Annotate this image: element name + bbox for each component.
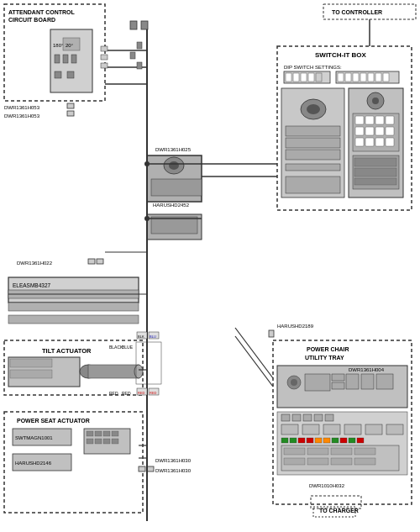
svg-rect-84: [10, 359, 52, 367]
svg-rect-80: [8, 315, 139, 324]
svg-rect-34: [375, 73, 381, 82]
svg-rect-30: [345, 73, 351, 82]
svg-text:BLU: BLU: [150, 334, 156, 339]
svg-rect-49: [365, 138, 374, 146]
svg-rect-106: [103, 439, 110, 444]
svg-text:POWER SEAT ACTUATOR: POWER SEAT ACTUATOR: [17, 418, 90, 424]
svg-rect-136: [344, 424, 361, 435]
svg-text:ATTENDANT CONTROL: ATTENDANT CONTROL: [8, 9, 76, 15]
svg-rect-44: [355, 127, 364, 135]
svg-rect-40: [355, 116, 364, 124]
svg-text:TILT ACTUATOR: TILT ACTUATOR: [42, 347, 92, 355]
svg-rect-186: [137, 62, 142, 69]
svg-point-88: [134, 365, 143, 378]
svg-rect-61: [286, 150, 340, 160]
svg-rect-53: [354, 158, 396, 166]
svg-rect-129: [292, 414, 301, 421]
svg-rect-177: [141, 21, 148, 29]
svg-rect-121: [332, 374, 344, 381]
svg-rect-100: [87, 431, 93, 436]
svg-rect-157: [354, 458, 375, 465]
svg-point-182: [144, 161, 150, 166]
svg-text:HARUSHD2452: HARUSHD2452: [153, 203, 190, 208]
svg-rect-72: [151, 217, 197, 234]
svg-text:DWR1010H032: DWR1010H032: [309, 483, 345, 488]
svg-rect-178: [130, 21, 137, 29]
svg-rect-142: [307, 438, 313, 443]
svg-rect-104: [87, 439, 93, 444]
svg-text:RED: RED: [150, 391, 157, 395]
svg-rect-35: [383, 73, 389, 82]
svg-text:POWER CHAIR: POWER CHAIR: [307, 346, 349, 352]
svg-text:DIP SWITCH SETTINGS:: DIP SWITCH SETTINGS:: [284, 65, 342, 70]
svg-rect-45: [365, 127, 374, 135]
svg-text:DWR1361H053: DWR1361H053: [4, 113, 40, 119]
svg-text:RED: RED: [138, 391, 145, 395]
svg-text:TO CONTROLLER: TO CONTROLLER: [332, 9, 382, 15]
svg-rect-145: [332, 438, 339, 443]
svg-rect-11: [55, 71, 61, 78]
svg-rect-180: [101, 55, 108, 60]
svg-rect-31: [353, 73, 359, 82]
svg-text:DWR1361H004: DWR1361H004: [349, 367, 385, 372]
svg-rect-131: [314, 414, 323, 421]
svg-text:SWTMAGN1001: SWTMAGN1001: [15, 435, 53, 440]
svg-rect-103: [112, 431, 118, 436]
svg-rect-8: [55, 55, 60, 63]
svg-text:ELEASMB4327: ELEASMB4327: [13, 282, 51, 288]
svg-rect-135: [323, 424, 340, 435]
svg-rect-63: [286, 176, 340, 193]
svg-rect-185: [130, 52, 135, 59]
svg-rect-141: [298, 438, 305, 443]
svg-rect-50: [375, 138, 384, 146]
svg-rect-122: [332, 382, 344, 389]
svg-rect-138: [386, 424, 403, 435]
svg-rect-74: [88, 259, 95, 264]
svg-text:DWR1361H030: DWR1361H030: [155, 468, 192, 473]
svg-text:BLK: BLK: [138, 334, 144, 339]
svg-text:DWR1361H053: DWR1361H053: [4, 105, 40, 110]
svg-rect-85: [10, 370, 52, 378]
svg-rect-181: [101, 63, 108, 68]
svg-text:20°: 20°: [66, 43, 74, 48]
svg-rect-46: [375, 127, 384, 135]
svg-rect-152: [331, 448, 352, 455]
svg-rect-27: [316, 73, 322, 82]
svg-rect-75: [97, 259, 103, 264]
svg-rect-179: [101, 46, 108, 51]
svg-rect-113: [269, 330, 274, 337]
svg-rect-41: [365, 116, 374, 124]
svg-text:DWR1361H022: DWR1361H022: [17, 261, 53, 266]
svg-rect-9: [63, 55, 68, 63]
svg-rect-101: [95, 431, 102, 436]
svg-rect-62: [286, 164, 340, 171]
svg-rect-124: [361, 374, 374, 389]
svg-rect-132: [325, 414, 333, 421]
svg-rect-67: [151, 179, 202, 196]
svg-rect-55: [354, 178, 396, 185]
svg-rect-123: [346, 374, 359, 389]
svg-rect-146: [340, 438, 347, 443]
svg-rect-147: [349, 438, 355, 443]
svg-rect-144: [323, 438, 330, 443]
svg-rect-140: [290, 438, 297, 443]
svg-rect-29: [338, 73, 344, 82]
svg-rect-102: [103, 431, 110, 436]
svg-rect-107: [112, 439, 118, 444]
svg-rect-154: [284, 458, 305, 465]
svg-rect-148: [357, 438, 364, 443]
svg-rect-110: [139, 466, 145, 471]
svg-rect-134: [302, 424, 319, 435]
svg-rect-16: [67, 111, 74, 116]
svg-rect-48: [355, 138, 364, 146]
svg-rect-130: [303, 414, 312, 421]
svg-rect-10: [71, 55, 76, 63]
svg-rect-59: [286, 126, 340, 136]
svg-rect-184: [137, 42, 142, 49]
svg-point-119: [291, 379, 297, 386]
svg-rect-87: [88, 365, 139, 378]
svg-rect-151: [307, 448, 328, 455]
svg-rect-128: [281, 414, 290, 421]
svg-rect-105: [95, 439, 102, 444]
svg-rect-43: [386, 116, 394, 124]
